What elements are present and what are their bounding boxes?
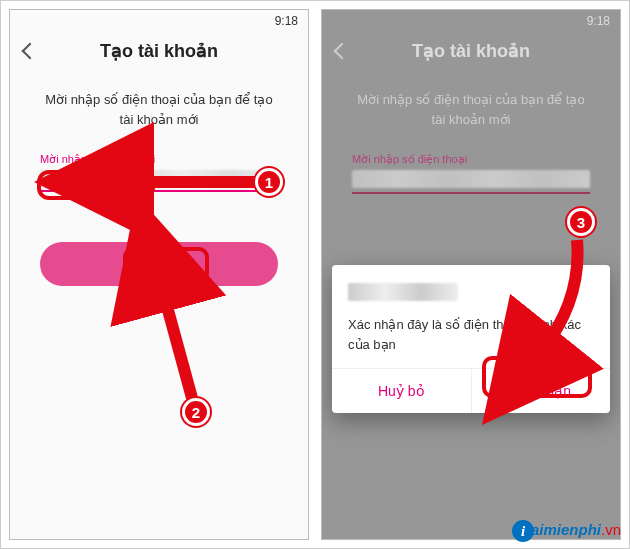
cancel-button[interactable]: Huỷ bỏ <box>332 369 472 413</box>
input-underline <box>352 192 590 194</box>
phone-field-label: Mời nhập số điện thoại <box>40 153 278 166</box>
phone-field-label: Mời nhập số điện thoại <box>352 153 590 166</box>
annotation-badge-2: 2 <box>182 398 210 426</box>
svg-line-1 <box>162 288 192 398</box>
phone-screen-left: 9:18 Tạo tài khoản Mời nhập số điện thoạ… <box>9 9 309 540</box>
confirm-button[interactable]: Xác nhận <box>472 369 611 413</box>
page-subtitle: Mời nhập số điện thoại của bạn để tạo tà… <box>10 76 308 153</box>
continue-button[interactable]: Tiếp tục <box>40 242 278 286</box>
page-subtitle: Mời nhập số điện thoại của bạn để tạo tà… <box>322 76 620 153</box>
app-header: Tạo tài khoản <box>322 32 620 76</box>
continue-button-label: Tiếp tục <box>131 255 186 273</box>
app-header: Tạo tài khoản <box>10 32 308 76</box>
phone-screen-right: 9:18 Tạo tài khoản Mời nhập số điện thoạ… <box>321 9 621 540</box>
confirm-dialog: Xác nhận đây là số điện thoại chính xác … <box>332 265 610 413</box>
status-bar: 9:18 <box>322 10 620 32</box>
watermark-suffix: .vn <box>601 521 621 538</box>
watermark: iaimienphi.vn <box>512 520 621 542</box>
status-time: 9:18 <box>275 14 298 28</box>
dialog-actions: Huỷ bỏ Xác nhận <box>332 368 610 413</box>
dialog-message: Xác nhận đây là số điện thoại chính xác … <box>348 315 594 354</box>
dialog-phone-redacted <box>348 283 458 301</box>
cancel-button-label: Huỷ bỏ <box>378 383 425 399</box>
status-time: 9:18 <box>587 14 610 28</box>
watermark-brand: aimienphi <box>531 521 601 538</box>
page-title: Tạo tài khoản <box>336 40 606 62</box>
confirm-button-label: Xác nhận <box>511 383 571 399</box>
annotation-badge-3: 3 <box>567 208 595 236</box>
phone-value-redacted <box>352 170 590 188</box>
page-title: Tạo tài khoản <box>24 40 294 62</box>
annotation-arrow-2 <box>140 268 220 412</box>
status-bar: 9:18 <box>10 10 308 32</box>
